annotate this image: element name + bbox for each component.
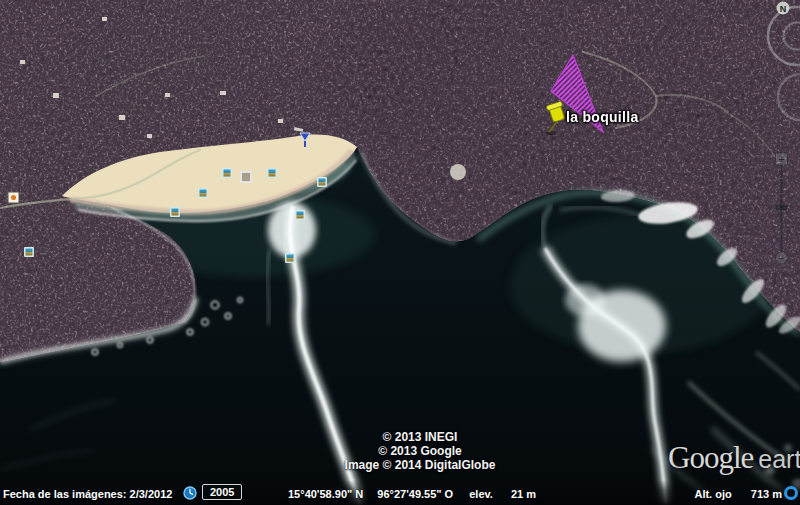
photo-icon[interactable] [222, 168, 232, 178]
eye-altitude-label: Alt. ojo [694, 488, 731, 500]
compass-navigation[interactable]: N [730, 0, 800, 130]
photo-icon[interactable] [267, 168, 277, 178]
placemark-label[interactable]: la boquilla [566, 109, 639, 125]
google-earth-logo: Google earth [668, 440, 800, 476]
eye-altitude-value: 713 m [751, 488, 782, 500]
photo-icon[interactable] [295, 210, 305, 220]
watermark-google: © 2013 Google [305, 444, 535, 458]
copyright-watermarks: © 2013 INEGI © 2013 Google Image © 2014 … [305, 430, 535, 472]
zoom-out-glyph: − [779, 253, 785, 264]
imagery-date-label: Fecha de las imágenes: 2/3/2012 [3, 488, 172, 500]
photo-icon[interactable] [285, 253, 295, 263]
square-frame-icon[interactable] [241, 172, 251, 182]
watermark-inegi: © 2013 INEGI [305, 430, 535, 444]
cursor-coordinates: 15°40'58.90" N 96°27'49.55" O elev. 21 m [288, 488, 536, 500]
compass-north-label: N [780, 4, 787, 14]
status-bar: Fecha de las imágenes: 2/3/2012 2005 15°… [0, 480, 800, 505]
streaming-indicator-icon [784, 486, 798, 500]
logo-earth-text: earth [758, 445, 800, 474]
longitude-value: 96°27'49.55" O [377, 488, 453, 500]
zoom-slider[interactable]: + − [768, 145, 798, 275]
watermark-digitalglobe: Image © 2014 DigitalGlobe [305, 458, 535, 472]
eye-altitude: Alt. ojo 713 m [694, 488, 782, 500]
latitude-value: 15°40'58.90" N [288, 488, 363, 500]
time-slider-year-badge[interactable]: 2005 [202, 484, 242, 500]
photo-icon[interactable] [170, 207, 180, 217]
photo-icon[interactable] [198, 188, 208, 198]
elevation-value: 21 m [511, 488, 536, 500]
logo-google-text: Google [668, 440, 753, 476]
zoom-slider-handle[interactable] [776, 205, 788, 210]
photo-icon[interactable] [317, 177, 327, 187]
zoom-in-glyph: + [778, 153, 784, 165]
photo-icon[interactable] [24, 247, 34, 257]
google-earth-window: la boquilla © 2013 INEGI © 2013 Google I… [0, 0, 800, 505]
square-placemark-icon[interactable] [8, 192, 19, 203]
time-slider-clock-icon[interactable] [183, 486, 197, 500]
elevation-label: elev. [469, 488, 493, 500]
